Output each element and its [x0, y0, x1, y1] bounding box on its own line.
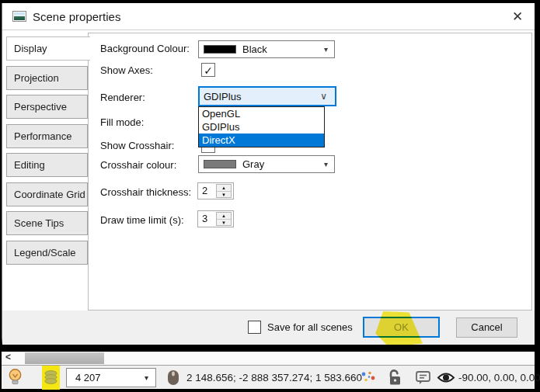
crosshair-colour-value: Gray: [242, 158, 264, 170]
crosshair-colour-select[interactable]: Gray ▾: [198, 155, 335, 173]
scene-image-icon: [12, 11, 26, 22]
crosshair-colour-label: Crosshair colour:: [100, 159, 176, 171]
spin-down-icon[interactable]: ▼: [217, 220, 231, 227]
spinner-buttons: ▲ ▼: [216, 184, 232, 198]
mouse-icon: [167, 366, 179, 389]
tab-perspective[interactable]: Perspective: [6, 95, 88, 119]
black-swatch-icon: [204, 45, 236, 54]
checkmark-icon: ✓: [204, 64, 213, 77]
comment-icon[interactable]: [415, 366, 431, 389]
fill-mode-label: Fill mode:: [100, 116, 144, 128]
save-for-all-scenes-checkbox[interactable]: [248, 321, 261, 334]
tab-projection[interactable]: Projection: [6, 66, 88, 90]
tips-lightbulb-icon[interactable]: [7, 366, 23, 389]
tab-performance[interactable]: Performance: [6, 124, 88, 148]
gray-swatch-icon: [204, 160, 236, 168]
cancel-button[interactable]: Cancel: [456, 317, 517, 338]
dialog-titlebar: Scene properties ✕: [2, 3, 535, 30]
renderer-option-gdiplus[interactable]: GDIPlus: [199, 120, 324, 134]
dialog-title: Scene properties: [33, 10, 120, 23]
show-axes-checkbox[interactable]: ✓: [201, 63, 215, 77]
tab-legend-scale[interactable]: Legend/Scale: [6, 241, 88, 265]
screenshot-root: Scene properties ✕ Display Projection Pe…: [0, 0, 540, 392]
renderer-value: GDIPlus: [200, 91, 241, 102]
show-axes-label: Show Axes:: [100, 64, 153, 76]
renderer-option-directx[interactable]: DirectX: [199, 134, 324, 147]
background-colour-value: Black: [242, 43, 267, 55]
close-icon[interactable]: ✕: [509, 9, 526, 26]
draw-time-limit-stepper[interactable]: 3 ▲ ▼: [197, 210, 234, 227]
horizontal-scrollbar: <: [2, 352, 535, 365]
point-cloud-icon[interactable]: [360, 366, 378, 389]
highlighted-layers-icon[interactable]: [42, 366, 60, 390]
spin-up-icon[interactable]: ▲: [217, 213, 231, 220]
show-crosshair-label: Show Crosshair:: [100, 140, 174, 151]
view-angles: -90.00, 0.00, 0.00: [458, 366, 540, 389]
tab-coordinate-grid[interactable]: Coordinate Grid: [6, 182, 88, 206]
save-for-all-scenes-label: Save for all scenes: [267, 321, 353, 333]
renderer-dropdown-list: OpenGL GDIPlus DirectX: [198, 106, 325, 147]
draw-time-limit-value: 3: [202, 213, 207, 224]
status-bar: 4 207 ▾ 2 148.656; -2 888 357.274; 1 583…: [2, 365, 535, 389]
ok-button[interactable]: OK: [363, 317, 440, 338]
background-colour-label: Background Colour:: [100, 43, 190, 54]
renderer-select[interactable]: GDIPlus ∨: [198, 86, 336, 106]
tab-display[interactable]: Display: [6, 36, 90, 61]
scene-counter-select[interactable]: 4 207 ▾: [66, 368, 156, 387]
dropdown-arrow-icon: ▾: [145, 373, 148, 382]
dropdown-arrow-icon: ▾: [324, 45, 328, 54]
cursor-coordinates: 2 148.656; -2 888 357.274; 1 583.660: [186, 366, 362, 389]
draw-time-limit-label: Draw time limit (s):: [100, 214, 184, 226]
dialog-footer: Save for all scenes OK Cancel: [2, 310, 535, 345]
spin-up-icon[interactable]: ▲: [217, 185, 231, 192]
spinner-buttons: ▲ ▼: [216, 212, 232, 226]
scene-properties-dialog: Scene properties ✕ Display Projection Pe…: [2, 3, 535, 345]
scrollbar-thumb[interactable]: [25, 352, 104, 364]
chevron-down-icon: ∨: [320, 91, 327, 102]
crosshair-thickness-stepper[interactable]: 2 ▲ ▼: [197, 182, 234, 199]
crosshair-thickness-label: Crosshair thickness:: [100, 186, 191, 198]
spin-down-icon[interactable]: ▼: [217, 192, 231, 199]
dropdown-arrow-icon: ▾: [324, 160, 328, 168]
eye-icon[interactable]: [437, 366, 455, 389]
renderer-label: Renderer:: [100, 92, 145, 103]
unlock-icon[interactable]: [388, 366, 402, 389]
renderer-option-opengl[interactable]: OpenGL: [199, 107, 324, 120]
background-colour-select[interactable]: Black ▾: [198, 40, 335, 58]
scene-counter-value: 4 207: [75, 372, 101, 383]
tab-editing[interactable]: Editing: [6, 153, 88, 177]
crosshair-thickness-value: 2: [202, 185, 207, 196]
scroll-left-icon[interactable]: <: [5, 352, 11, 363]
tab-scene-tips[interactable]: Scene Tips: [6, 211, 88, 235]
